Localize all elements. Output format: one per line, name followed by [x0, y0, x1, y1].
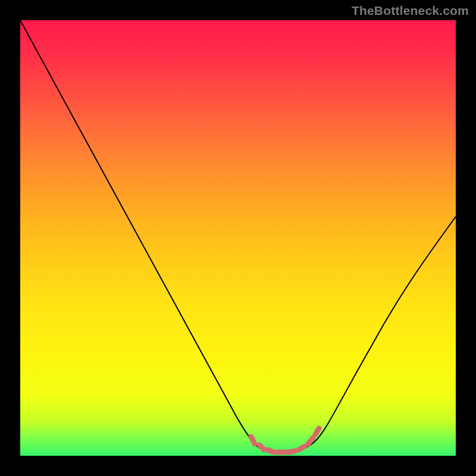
chart-frame: TheBottleneck.com: [0, 0, 476, 476]
plot-area: [20, 20, 456, 456]
watermark-label: TheBottleneck.com: [352, 4, 469, 18]
heat-gradient: [20, 20, 456, 456]
